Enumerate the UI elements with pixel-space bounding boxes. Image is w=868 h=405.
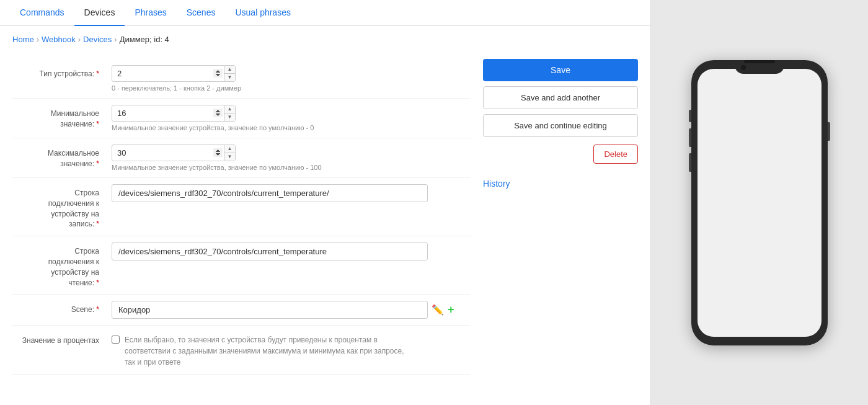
read-conn-input[interactable]: /devices/siemens_rdf302_70/controls/curr…: [112, 243, 428, 260]
phone-vol-down-button: [689, 153, 691, 172]
read-conn-field: /devices/siemens_rdf302_70/controls/curr…: [112, 243, 471, 260]
max-value-input[interactable]: [112, 145, 236, 161]
device-type-hint: 0 - переключатель; 1 - кнопка 2 - диммер: [112, 84, 471, 92]
scene-field: Коридор ✏️ +: [112, 301, 471, 319]
min-value-label: Минимальноезначение: *: [12, 105, 112, 130]
min-value-down[interactable]: ▼: [224, 113, 235, 121]
scene-label: Scene: *: [12, 301, 112, 315]
history-section: History: [483, 179, 638, 189]
max-value-hint: Минимальное значение устройства, значени…: [112, 164, 471, 171]
save-button[interactable]: Save: [483, 59, 638, 81]
scene-input[interactable]: Коридор: [112, 301, 428, 319]
percent-hint: Если выбрано, то значения с устройства б…: [125, 334, 410, 368]
save-continue-button[interactable]: Save and continue editing: [483, 114, 638, 137]
tab-commands[interactable]: Commands: [10, 0, 74, 26]
phone-vol-up-button: [689, 128, 691, 147]
scene-add-icon[interactable]: +: [448, 303, 454, 316]
max-value-label: Максимальноезначение: *: [12, 145, 112, 169]
device-type-down[interactable]: ▼: [224, 74, 235, 81]
max-value-field: ▲ ▼ Минимальное значение устройства, зна…: [112, 145, 471, 171]
write-conn-row: Строкаподключения кустройству назапись: …: [12, 178, 471, 236]
breadcrumb-sep2: ›: [78, 35, 81, 44]
phone-speaker: [744, 60, 775, 63]
history-link[interactable]: History: [483, 179, 510, 189]
percent-field: Если выбрано, то значения с устройства б…: [112, 332, 471, 368]
min-value-up[interactable]: ▲: [224, 105, 235, 113]
min-value-input[interactable]: [112, 105, 236, 122]
percent-row: Значение в процентах Если выбрано, то зн…: [12, 326, 471, 375]
phone-mockup: [691, 60, 828, 345]
phone-screen: [698, 69, 822, 337]
breadcrumb-home[interactable]: Home: [12, 35, 34, 44]
scene-row: Scene: * Коридор ✏️ +: [12, 295, 471, 326]
sidebar-actions: Save Save and add another Save and conti…: [483, 59, 638, 393]
delete-button[interactable]: Delete: [593, 145, 638, 164]
tab-usual-phrases[interactable]: Usual phrases: [225, 0, 301, 26]
tab-devices[interactable]: Devices: [74, 0, 125, 26]
percent-label: Значение в процентах: [12, 332, 112, 346]
write-conn-input[interactable]: /devices/siemens_rdf302_70/controls/curr…: [112, 184, 428, 202]
read-conn-row: Строкаподключения кустройству начтение: …: [12, 236, 471, 295]
device-form: Тип устройства: * ▲ ▼ 0 - переключатель;…: [12, 59, 471, 393]
breadcrumb-current: Диммер; id: 4: [120, 35, 169, 44]
breadcrumb-sep1: ›: [37, 35, 39, 44]
device-type-field: ▲ ▼ 0 - переключатель; 1 - кнопка 2 - ди…: [112, 65, 471, 92]
device-type-up[interactable]: ▲: [224, 66, 235, 74]
tab-scenes[interactable]: Scenes: [177, 0, 226, 26]
phone-camera: [741, 65, 746, 70]
percent-checkbox[interactable]: [112, 336, 120, 344]
device-type-label: Тип устройства: *: [12, 65, 112, 79]
min-value-hint: Минимальное значение устройства, значени…: [112, 124, 471, 131]
device-type-row: Тип устройства: * ▲ ▼ 0 - переключатель;…: [12, 59, 471, 99]
tab-phrases[interactable]: Phrases: [125, 0, 176, 26]
min-value-field: ▲ ▼ Минимальное значение устройства, зна…: [112, 105, 471, 131]
nav-tabs: Commands Devices Phrases Scenes Usual ph…: [0, 0, 650, 26]
min-value-row: Минимальноезначение: * ▲ ▼ Минимальное з…: [12, 99, 471, 138]
write-conn-field: /devices/siemens_rdf302_70/controls/curr…: [112, 184, 471, 202]
write-conn-label: Строкаподключения кустройству назапись: …: [12, 184, 112, 229]
read-conn-label: Строкаподключения кустройству начтение: …: [12, 243, 112, 288]
phone-notch: [735, 60, 784, 74]
breadcrumb: Home › Webhook › Devices › Диммер; id: 4: [0, 26, 650, 53]
breadcrumb-devices[interactable]: Devices: [83, 35, 112, 44]
save-add-button[interactable]: Save and add another: [483, 86, 638, 109]
breadcrumb-webhook[interactable]: Webhook: [42, 35, 76, 44]
phone-mute-button: [689, 110, 691, 122]
breadcrumb-sep3: ›: [114, 35, 117, 44]
max-value-row: Максимальноезначение: * ▲ ▼ Минимальное …: [12, 138, 471, 178]
max-value-up[interactable]: ▲: [224, 145, 235, 153]
phone-mockup-panel: [651, 0, 868, 405]
scene-edit-icon[interactable]: ✏️: [432, 304, 444, 316]
phone-power-button: [828, 122, 830, 141]
device-type-input[interactable]: [112, 65, 236, 82]
max-value-down[interactable]: ▼: [224, 153, 235, 161]
